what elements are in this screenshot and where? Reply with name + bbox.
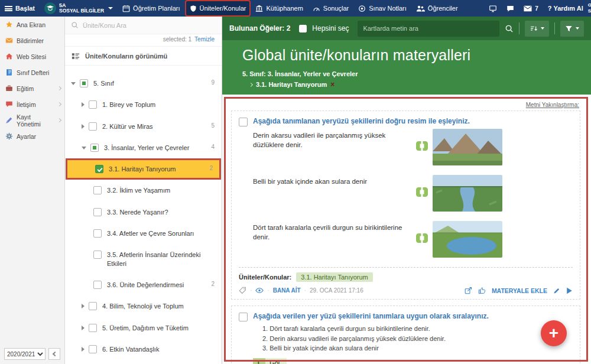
tree-item-unit-7-clipped[interactable]: 7. Küresel Bağlantılar [65,360,222,364]
checkbox-partial[interactable] [90,144,99,152]
page-title: Global ünite/konuların materyalleri [242,47,579,64]
connector-icon[interactable] [416,233,428,245]
checkbox-empty[interactable] [93,281,102,289]
connector-icon[interactable] [416,141,428,153]
nav-students[interactable]: Öğrenciler [411,0,463,17]
tree-search-input[interactable] [83,22,177,29]
checkbox-empty[interactable] [93,229,102,238]
help-button[interactable]: ? Yardım Al [543,0,588,17]
tree-item-topic-3-3[interactable]: 3.3. Nerede Yaşanır? [65,202,222,223]
chevron-right-icon[interactable] [82,326,85,330]
nav-units-topics[interactable]: Üniteler/Konular [185,0,251,17]
tag-icon[interactable] [239,287,246,294]
chevron-down-icon[interactable] [82,147,86,150]
cards-search-input[interactable] [363,25,494,32]
owner-label[interactable]: BANA AİT [273,287,301,294]
tree-item-unit-4[interactable]: 4. Bilim, Teknoloji ve Toplum [65,295,222,317]
tree-item-topic-3-5[interactable]: 3.5. Afetlerin İnsanlar Üzerindeki Etkil… [65,244,222,274]
connector-icon[interactable] [416,187,428,199]
sidebar-item-registration[interactable]: Kayıt Yönetimi [0,112,64,128]
select-all-checkbox[interactable] [299,25,307,32]
collapse-sidebar-button[interactable] [48,348,60,360]
sidebar-label: Ana Ekran [17,21,46,28]
remove-filter-icon[interactable]: × [330,81,335,88]
school-year-select[interactable]: 2020/2021 [4,348,46,360]
checkbox-empty[interactable] [93,208,102,216]
chevron-right-icon[interactable] [82,124,85,129]
sidebar-item-home[interactable]: Ana Ekran [0,17,64,32]
breadcrumb-filter: 3.1. Haritayı Tanıyorum × [249,81,579,88]
add-to-material-button[interactable]: MATERYALE EKLE [492,287,547,294]
sidebar-item-settings[interactable]: Ayarlar [0,128,64,144]
chevron-down-icon [541,27,544,30]
sidebar-item-notifications[interactable]: Bildirimler [0,32,64,48]
tree-item-topic-3-2[interactable]: 3.2. İklim ve Yaşamım [65,180,222,201]
checkbox-partial[interactable] [80,79,88,87]
messages-button[interactable] [502,0,519,17]
tree-item-unit-2[interactable]: 2. Kültür ve Miras 5 [65,116,222,137]
sidebar-label: Web Sitesi [17,53,46,60]
chevron-right-icon[interactable] [82,102,85,107]
add-material-fab[interactable]: + [541,320,567,346]
checkbox-empty[interactable] [93,186,102,194]
nav-my-library[interactable]: Kütüphanem [251,0,307,17]
nav-exam-grades[interactable]: Sınav Notları [353,0,411,17]
checkbox-empty[interactable] [89,122,97,131]
river-image[interactable] [433,175,502,212]
tree-item-topic-3-1-selected[interactable]: 3.1. Haritayı Tanıyorum 2 [67,160,220,178]
like-icon[interactable] [478,287,486,294]
sidebar-item-education[interactable]: Eğitim [0,80,64,96]
chevron-down-icon[interactable] [71,82,76,85]
screen-share-button[interactable] [484,0,502,17]
tree-view-header[interactable]: Ünite/Konuların görünümü [65,47,222,66]
lake-image[interactable] [433,221,502,258]
card-checkbox[interactable] [239,313,248,321]
chevron-right-icon[interactable] [82,304,85,308]
search-icon[interactable] [505,24,514,33]
sidebar-item-website[interactable]: Web Sitesi [0,48,64,64]
tree-item-unit-3[interactable]: 3. İnsanlar, Yerler ve Çevreler 4 [65,137,222,158]
open-in-window-icon[interactable] [465,287,472,294]
library-icon [255,5,263,12]
checkbox-empty[interactable] [93,251,102,259]
tree-item-unit-5[interactable]: 5. Üretim, Dağıtım ve Tüketim [65,317,222,339]
nav-results[interactable]: Sonuçlar [308,0,353,17]
tree-item-topic-3-4[interactable]: 3.4. Afetler ve Çevre Sorunları [65,223,222,244]
nav-teaching-plans[interactable]: Öğretim Planları [118,0,184,17]
visibility-icon[interactable] [255,287,264,294]
checkbox-empty[interactable] [89,100,97,109]
sidebar-label: Eğitim [17,85,34,92]
class-selector[interactable]: 5A SOSYAL BİLGİLER [40,0,118,17]
edit-pencil-icon[interactable] [553,287,560,294]
definition-item: 3. Belli bir yatak içinde akan sulara de… [262,343,573,353]
text-zoom-link[interactable]: Metni Yakınlaştırma: [230,102,579,108]
clear-selection-link[interactable]: Temizle [194,36,215,43]
play-icon[interactable] [566,287,573,294]
card-checkbox[interactable] [239,118,248,126]
hamburger-menu-icon [5,6,12,11]
mail-button[interactable]: 7 [519,0,543,17]
tree-item-topic-3-6[interactable]: 3.6. Ünite Değerlendirmesi 2 [65,274,222,295]
tree-item-unit-1[interactable]: 1. Birey ve Toplum [65,94,222,115]
sortable-answers: 1. Göl 2. Plato [253,358,573,364]
question-title: Aşağıda tanımlanan yeryüzü şekillerini d… [253,117,470,125]
topic-badge[interactable]: 3.1. Haritayı Tanıyorum [296,272,373,282]
checkbox-empty[interactable] [89,302,97,310]
plateau-image[interactable] [433,129,502,165]
sort-button[interactable] [525,21,549,37]
start-menu-button[interactable]: Başlat [0,0,40,17]
tree-item-unit-6[interactable]: 6. Etkin Vatandaşlık [65,339,222,360]
chevron-down-icon [576,27,579,30]
match-row: Belli bir yatak içinde akan sulara denir [253,175,573,212]
tree-item-grade-5[interactable]: 5. Sınıf 9 [65,73,222,94]
checkbox-checked[interactable] [95,165,103,173]
card-footer: Üniteler/Konular: 3.1. Haritayı Tanıyoru… [239,267,573,294]
sidebar-item-communication[interactable]: İletişim [0,96,64,112]
checkbox-empty[interactable] [89,345,97,353]
filter-button[interactable] [560,21,584,37]
chevron-right-icon[interactable] [82,347,85,352]
breadcrumb: 5. Sınıf: 3. İnsanlar, Yerler ve Çevrele… [242,70,579,77]
sidebar-item-class-register[interactable]: Sınıf Defteri [0,64,64,80]
checkbox-empty[interactable] [89,324,97,332]
sortable-item[interactable]: 1. Göl [253,358,287,364]
